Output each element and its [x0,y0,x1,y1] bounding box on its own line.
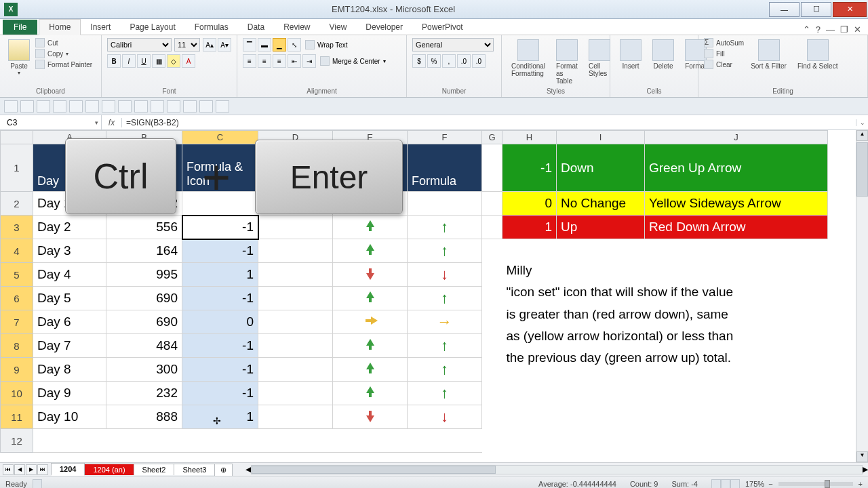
qat-button[interactable] [118,100,132,113]
qat-button[interactable] [134,100,148,113]
scroll-thumb[interactable] [252,466,496,474]
cell[interactable]: Day 3 [33,239,106,263]
new-sheet-button[interactable]: ⊕ [214,464,233,476]
cell[interactable]: -1 [182,239,258,263]
insert-cells-button[interactable]: Insert [616,38,646,87]
cell[interactable]: Up [557,216,645,239]
sort-filter-button[interactable]: Sort & Filter [747,38,791,87]
scroll-down-button[interactable]: ▼ [856,451,868,462]
row-header[interactable]: 3 [1,216,33,239]
number-format-select[interactable]: General [412,38,494,52]
formula-input[interactable]: =SIGN(B3-B2) [122,118,856,127]
cell[interactable]: -1 [502,144,557,192]
zoom-slider[interactable] [778,482,853,486]
tab-file[interactable]: File [3,20,37,35]
cell[interactable]: Red Down Arrow [645,216,828,239]
ribbon-win-close-icon[interactable]: ✕ [854,24,861,35]
cell[interactable]: Day 4 [33,263,106,287]
cell[interactable] [258,216,333,239]
cell[interactable] [258,405,333,429]
row-header[interactable]: 11 [1,405,33,429]
tab-developer[interactable]: Developer [356,20,412,35]
qat-button[interactable] [102,100,115,113]
ribbon-win-min-icon[interactable]: — [826,24,835,35]
increase-decimal-button[interactable]: .0 [457,54,471,68]
cell[interactable]: ↓ [408,263,482,287]
ribbon-minimize-icon[interactable]: ⌃ [803,24,810,35]
tab-view[interactable]: View [320,20,357,35]
cell[interactable] [258,382,333,405]
cell[interactable]: -1 [182,358,258,382]
row-header[interactable]: 2 [1,192,33,216]
qat-button[interactable] [216,100,229,113]
cell[interactable]: Day 2 [33,216,106,239]
col-header[interactable]: J [645,131,828,144]
row-header[interactable]: 6 [1,287,33,310]
sheet-tab[interactable]: 1204 (an) [84,464,134,475]
cell[interactable]: Day 9 [33,382,106,405]
autosum-button[interactable]: ΣAutoSum [704,38,744,47]
cell[interactable]: 0 [182,310,258,334]
cell[interactable] [333,287,408,310]
active-cell[interactable]: -1 [182,216,258,239]
cell[interactable]: Day 5 [33,287,106,310]
cell[interactable] [333,382,408,405]
qat-button[interactable] [53,100,66,113]
align-left-button[interactable]: ≡ [243,54,256,68]
qat-button[interactable] [69,100,83,113]
cell[interactable]: 995 [106,263,182,287]
increase-font-button[interactable]: A▴ [203,38,216,52]
qat-button[interactable] [37,100,50,113]
row-header[interactable]: 7 [1,310,33,334]
col-header[interactable]: F [408,131,482,144]
tab-page-layout[interactable]: Page Layout [120,20,184,35]
cell[interactable]: 0 [502,192,557,216]
cell[interactable] [333,405,408,429]
sheet-tab[interactable]: 1204 [51,463,85,476]
cell[interactable]: 164 [106,239,182,263]
border-button[interactable]: ▦ [152,54,165,68]
cell[interactable]: 556 [106,216,182,239]
qat-button[interactable] [20,100,34,113]
col-header[interactable]: I [557,131,645,144]
tab-review[interactable]: Review [274,20,319,35]
scroll-left-button[interactable]: ◀ [245,465,251,474]
row-header[interactable]: 12 [1,429,33,453]
italic-button[interactable]: I [122,54,136,68]
cut-button[interactable]: Cut [35,38,92,47]
next-sheet-button[interactable]: ▶ [26,464,37,475]
qat-button[interactable] [199,100,213,113]
cell[interactable]: ↓ [408,405,482,429]
cell[interactable]: Green Up Arrow [645,144,828,192]
conditional-formatting-button[interactable]: Conditional Formatting [507,38,549,87]
bold-button[interactable]: B [107,54,121,68]
cell[interactable]: -1 [182,287,258,310]
cell[interactable]: Down [557,144,645,192]
align-middle-button[interactable]: ▬ [258,38,271,52]
cell[interactable]: 300 [106,358,182,382]
row-header[interactable]: 5 [1,263,33,287]
cell[interactable]: -1 [182,382,258,405]
prev-sheet-button[interactable]: ◀ [14,464,25,475]
scroll-up-button[interactable]: ▲ [856,130,868,141]
qat-button[interactable] [167,100,180,113]
sheet-tab[interactable]: Sheet3 [174,464,215,475]
decrease-font-button[interactable]: A▾ [218,38,231,52]
qat-button[interactable] [85,100,99,113]
cell[interactable]: 690 [106,310,182,334]
cell[interactable]: Day 10 [33,405,106,429]
tab-home[interactable]: Home [39,19,81,35]
row-header[interactable]: 10 [1,382,33,405]
help-icon[interactable]: ? [816,24,821,35]
format-painter-button[interactable]: Format Painter [35,60,92,69]
cell[interactable]: ↑ [408,216,482,239]
note-block[interactable]: Milly "icon set" icon that will show if … [502,239,828,453]
percent-button[interactable]: % [427,54,441,68]
cell[interactable] [258,358,333,382]
col-header[interactable]: G [482,131,502,144]
select-all-button[interactable] [1,131,33,144]
orientation-button[interactable]: ⤡ [288,38,301,52]
cell[interactable]: 232 [106,382,182,405]
row-header[interactable]: 1 [1,144,33,192]
scroll-right-button[interactable]: ▶ [863,465,868,474]
